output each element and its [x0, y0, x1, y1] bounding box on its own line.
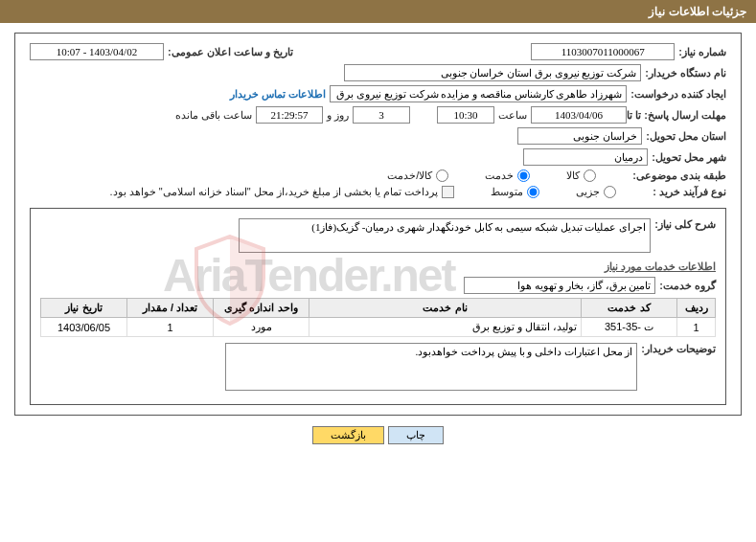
- main-fieldset: شماره نیاز: تاریخ و ساعت اعلان عمومی: نا…: [14, 33, 742, 416]
- payment-checkbox[interactable]: [442, 186, 454, 198]
- subject-kala-khedmat-label: کالا/خدمت: [387, 169, 432, 182]
- delivery-province-input: [517, 127, 642, 145]
- td-qty: 1: [127, 318, 214, 337]
- delivery-province-label: استان محل تحویل:: [646, 130, 726, 143]
- buyer-org-label: نام دستگاه خریدار:: [645, 67, 726, 79]
- purchase-minor-label: جزیی: [576, 186, 600, 198]
- subject-kala-label: کالا: [566, 169, 580, 182]
- need-desc-label: شرح کلی نیاز:: [654, 218, 716, 231]
- services-table: ردیف کد خدمت نام خدمت واحد اندازه گیری ت…: [40, 298, 716, 337]
- service-group-label: گروه خدمت:: [659, 280, 716, 292]
- purchase-minor-radio[interactable]: [604, 186, 616, 198]
- purchase-medium-radio[interactable]: [527, 186, 539, 198]
- deadline-days-input: [353, 106, 410, 124]
- back-button[interactable]: بازگشت: [312, 426, 384, 444]
- subject-khedmat-radio[interactable]: [517, 169, 530, 182]
- services-heading: اطلاعات خدمات مورد نیاز: [40, 260, 716, 273]
- service-group-input: [464, 277, 655, 294]
- delivery-city-label: شهر محل تحویل:: [652, 151, 726, 164]
- td-unit: مورد: [214, 318, 309, 337]
- th-name: نام خدمت: [309, 299, 582, 318]
- deadline-label: مهلت ارسال پاسخ: تا تاریخ:: [630, 109, 726, 122]
- page-title: جزئیات اطلاعات نیاز: [0, 0, 756, 23]
- buyer-notes-label: توضیحات خریدار:: [641, 343, 716, 355]
- purchase-type-label: نوع فرآیند خرید :: [653, 186, 726, 198]
- td-date: 1403/06/05: [41, 318, 127, 337]
- need-desc-textarea: [239, 218, 651, 253]
- subject-kala-radio[interactable]: [584, 169, 596, 182]
- th-unit: واحد اندازه گیری: [214, 299, 309, 318]
- payment-note: پرداخت تمام یا بخشی از مبلغ خرید،از محل …: [110, 186, 439, 198]
- buyer-contact-link[interactable]: اطلاعات تماس خریدار: [230, 88, 326, 101]
- buyer-org-input: [344, 64, 641, 81]
- button-bar: چاپ بازگشت: [0, 420, 756, 450]
- inner-fieldset: شرح کلی نیاز: اطلاعات خدمات مورد نیاز گر…: [30, 208, 726, 405]
- deadline-date-input: [531, 106, 627, 124]
- need-number-label: شماره نیاز:: [678, 46, 726, 58]
- th-code: کد خدمت: [582, 299, 677, 318]
- th-date: تاریخ نیاز: [41, 299, 127, 318]
- print-button[interactable]: چاپ: [388, 426, 444, 444]
- deadline-remain-input: [256, 106, 323, 124]
- subject-class-label: طبقه بندی موضوعی:: [632, 169, 726, 182]
- deadline-days-label: روز و: [327, 109, 349, 122]
- subject-kala-khedmat-radio[interactable]: [436, 169, 448, 182]
- td-code: ت -35-351: [582, 318, 677, 337]
- buyer-notes-textarea: [225, 343, 637, 391]
- need-number-input: [531, 43, 675, 60]
- announce-datetime-label: تاریخ و ساعت اعلان عمومی:: [168, 46, 293, 58]
- th-row: ردیف: [677, 299, 716, 318]
- th-qty: تعداد / مقدار: [127, 299, 214, 318]
- deadline-time-label: ساعت: [498, 109, 527, 122]
- request-creator-input: [330, 85, 627, 102]
- subject-khedmat-label: خدمت: [485, 169, 514, 182]
- table-row: 1 ت -35-351 تولید، انتقال و توزیع برق مو…: [41, 318, 716, 337]
- purchase-medium-label: متوسط: [491, 186, 523, 198]
- td-name: تولید، انتقال و توزیع برق: [309, 318, 582, 337]
- deadline-remain-label: ساعت باقی مانده: [175, 109, 252, 122]
- delivery-city-input: [523, 148, 648, 166]
- request-creator-label: ایجاد کننده درخواست:: [630, 88, 726, 101]
- deadline-time-input: [437, 106, 494, 124]
- announce-datetime-input: [30, 43, 164, 60]
- td-row: 1: [677, 318, 716, 337]
